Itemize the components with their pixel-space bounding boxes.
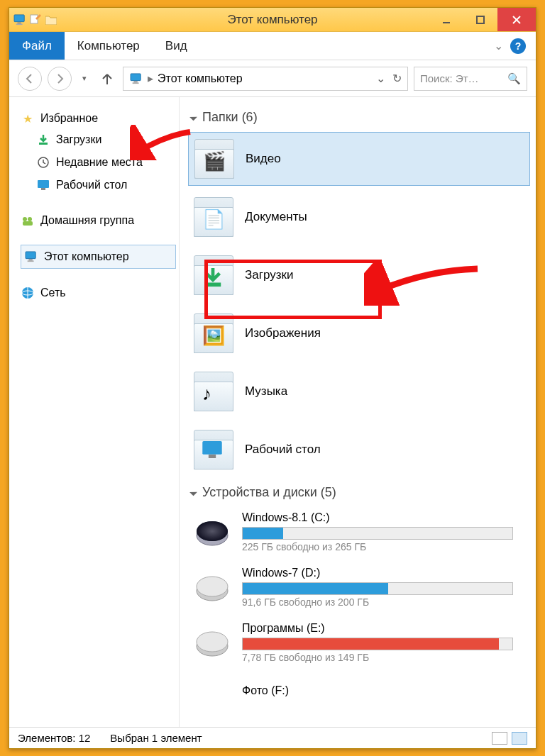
star-icon: ★ [21, 111, 35, 126]
svg-rect-10 [133, 82, 139, 84]
address-computer-icon [129, 72, 143, 86]
desktop-icon [36, 178, 50, 192]
svg-rect-11 [39, 143, 48, 145]
new-folder-icon[interactable] [45, 13, 57, 26]
address-sep: ▸ [148, 72, 153, 85]
svg-rect-14 [41, 188, 45, 190]
svg-rect-25 [209, 455, 216, 458]
folder-pictures[interactable]: 🖼️ Изображения [188, 306, 530, 360]
svg-rect-20 [28, 260, 34, 262]
ribbon-tab-file[interactable]: Файл [9, 32, 65, 60]
folders-section-header[interactable]: Папки (6) [188, 106, 530, 132]
help-icon[interactable]: ? [510, 38, 526, 54]
svg-rect-2 [16, 23, 23, 25]
drive-e[interactable]: Программы (E:) 7,78 ГБ свободно из 149 Г… [188, 618, 530, 673]
svg-rect-0 [14, 14, 24, 21]
drive-icon [194, 572, 231, 602]
close-button[interactable] [497, 8, 536, 31]
capacity-bar [242, 527, 513, 540]
folder-documents[interactable]: 📄 Документы [188, 190, 530, 244]
drive-icon [194, 628, 231, 657]
svg-rect-5 [477, 16, 484, 23]
video-icon: 🎬 [203, 150, 226, 172]
music-icon: ♪ [202, 383, 211, 405]
nav-back-button[interactable] [18, 67, 42, 91]
svg-rect-24 [202, 441, 221, 455]
ribbon: Файл Компьютер Вид ⌄ ? [9, 32, 536, 60]
ribbon-tab-view[interactable]: Вид [153, 32, 200, 60]
status-item-count: Элементов: 12 [18, 732, 90, 744]
nav-forward-button[interactable] [48, 67, 72, 91]
body: ★ Избранное Загрузки Недавние места Рабо… [9, 97, 536, 727]
sidebar-item-network[interactable]: Сеть [21, 283, 176, 303]
navigation-pane: ★ Избранное Загрузки Недавние места Рабо… [9, 97, 180, 727]
svg-rect-13 [38, 180, 49, 188]
address-path: Этот компьютер [158, 72, 243, 85]
drive-icon [194, 677, 231, 707]
maximize-button[interactable] [463, 8, 497, 31]
explorer-window: Этот компьютер Файл Компьютер Вид ⌄ ? ▾ … [9, 7, 536, 749]
folder-music[interactable]: ♪ Музыка [188, 365, 530, 418]
svg-point-15 [23, 217, 27, 221]
refresh-icon[interactable]: ↻ [392, 72, 402, 85]
drives-section-header[interactable]: Устройства и диски (5) [188, 481, 530, 507]
drive-c[interactable]: Windows-8.1 (C:) 225 ГБ свободно из 265 … [188, 507, 530, 562]
capacity-bar [242, 582, 513, 595]
svg-point-30 [197, 577, 228, 596]
svg-point-32 [197, 632, 228, 652]
sidebar-item-desktop[interactable]: Рабочий стол [21, 174, 176, 196]
favorites-header[interactable]: ★ Избранное [21, 109, 176, 128]
tiles-view-icon[interactable] [512, 732, 527, 745]
folder-videos[interactable]: 🎬 Видео [188, 132, 530, 186]
svg-rect-18 [26, 252, 35, 259]
svg-rect-8 [131, 73, 141, 80]
ribbon-expand-icon[interactable]: ⌄ [494, 39, 503, 52]
picture-icon: 🖼️ [202, 325, 225, 347]
sidebar-item-homegroup[interactable]: Домашняя группа [21, 211, 176, 230]
minimize-button[interactable] [429, 8, 463, 31]
svg-rect-17 [23, 221, 33, 226]
status-selection: Выбран 1 элемент [110, 732, 202, 744]
properties-icon[interactable] [29, 13, 42, 26]
download-icon [36, 133, 50, 147]
search-input[interactable]: Поиск: Эт… 🔍 [414, 67, 527, 91]
sidebar-item-downloads[interactable]: Загрузки [21, 128, 176, 151]
svg-point-16 [28, 217, 32, 221]
window-controls [429, 8, 536, 31]
drive-f[interactable]: Фото (F:) [188, 673, 530, 708]
nav-up-button[interactable] [97, 69, 117, 89]
sidebar-item-thispc[interactable]: Этот компьютер [21, 245, 176, 269]
folder-downloads[interactable]: Загрузки [188, 248, 530, 302]
details-view-icon[interactable] [492, 732, 507, 745]
svg-rect-1 [17, 22, 21, 23]
search-icon: 🔍 [507, 72, 521, 85]
titlebar: Этот компьютер [9, 8, 536, 32]
status-bar: Элементов: 12 Выбран 1 элемент [9, 727, 536, 748]
address-dropdown-icon[interactable]: ⌄ [376, 72, 385, 85]
computer-icon [24, 250, 38, 264]
folder-desktop[interactable]: Рабочий стол [188, 423, 530, 477]
address-bar[interactable]: ▸ Этот компьютер ⌄ ↻ [123, 67, 408, 91]
drive-d[interactable]: Windows-7 (D:) 91,6 ГБ свободно из 200 Г… [188, 562, 530, 618]
ribbon-tab-computer[interactable]: Компьютер [65, 32, 153, 60]
drive-icon [194, 517, 231, 547]
clock-icon [36, 155, 50, 169]
document-icon: 📄 [202, 209, 225, 230]
desktop-icon [202, 441, 222, 463]
capacity-bar [242, 638, 513, 650]
navbar: ▾ ▸ Этот компьютер ⌄ ↻ Поиск: Эт… 🔍 [9, 60, 536, 97]
sidebar-item-recent[interactable]: Недавние места [21, 151, 176, 174]
homegroup-icon [21, 213, 35, 228]
quick-access-toolbar [9, 13, 57, 26]
nav-recent-dropdown[interactable]: ▾ [77, 67, 92, 91]
search-placeholder: Поиск: Эт… [420, 72, 479, 84]
view-switcher[interactable] [492, 732, 527, 745]
svg-rect-9 [133, 81, 137, 82]
network-icon [21, 286, 35, 300]
content-pane: Папки (6) 🎬 Видео 📄 Документы Загрузки 🖼… [180, 97, 536, 727]
svg-rect-19 [28, 260, 32, 261]
svg-rect-23 [205, 283, 221, 287]
svg-point-28 [197, 521, 228, 541]
system-icon [13, 13, 26, 26]
download-icon [202, 267, 224, 293]
